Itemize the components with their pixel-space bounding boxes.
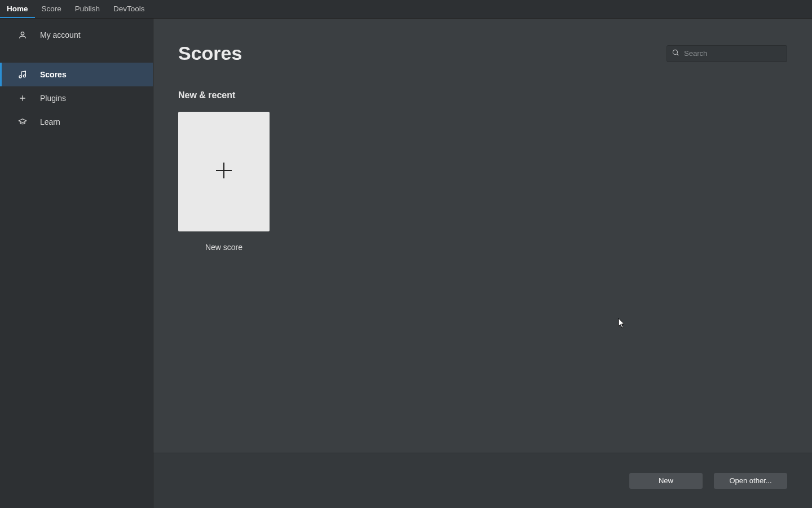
scores-grid: New score <box>178 112 787 252</box>
svg-point-0 <box>21 32 24 35</box>
plus-large-icon <box>212 159 236 185</box>
open-other-button[interactable]: Open other... <box>714 473 787 489</box>
score-card-label: New score <box>178 243 270 252</box>
page-header: Scores <box>178 42 787 64</box>
person-icon <box>17 30 28 40</box>
svg-point-2 <box>23 75 25 77</box>
sidebar: My account Scores Plugins <box>0 19 153 508</box>
menu-label: DevTools <box>113 5 145 13</box>
new-score-card[interactable]: New score <box>178 112 270 252</box>
menu-publish[interactable]: Publish <box>68 0 107 18</box>
sidebar-item-learn[interactable]: Learn <box>0 110 153 134</box>
menu-label: Publish <box>75 5 100 13</box>
menu-home[interactable]: Home <box>0 0 35 18</box>
menu-score[interactable]: Score <box>35 0 68 18</box>
section-title: New & recent <box>178 90 787 100</box>
sidebar-item-account[interactable]: My account <box>0 23 153 47</box>
menu-label: Home <box>7 5 28 13</box>
music-note-icon <box>17 69 28 80</box>
sidebar-item-label: Plugins <box>40 94 66 103</box>
menu-devtools[interactable]: DevTools <box>107 0 152 18</box>
graduation-icon <box>17 117 28 127</box>
menubar: Home Score Publish DevTools <box>0 0 812 19</box>
new-button[interactable]: New <box>629 473 703 489</box>
menu-label: Score <box>42 5 61 13</box>
search-box[interactable] <box>667 45 787 62</box>
content: Scores New & recent <box>153 19 812 508</box>
sidebar-item-label: Scores <box>40 70 67 79</box>
sidebar-item-plugins[interactable]: Plugins <box>0 86 153 110</box>
svg-point-3 <box>673 50 677 54</box>
sidebar-item-label: Learn <box>40 117 60 126</box>
footer-bar: New Open other... <box>153 453 812 508</box>
svg-point-1 <box>19 76 21 78</box>
sidebar-item-label: My account <box>40 30 81 40</box>
page-title: Scores <box>178 42 242 64</box>
search-input[interactable] <box>684 49 782 58</box>
search-icon <box>672 49 679 59</box>
plus-icon <box>17 93 28 103</box>
new-score-thumb <box>178 112 270 231</box>
sidebar-item-scores[interactable]: Scores <box>0 63 153 86</box>
